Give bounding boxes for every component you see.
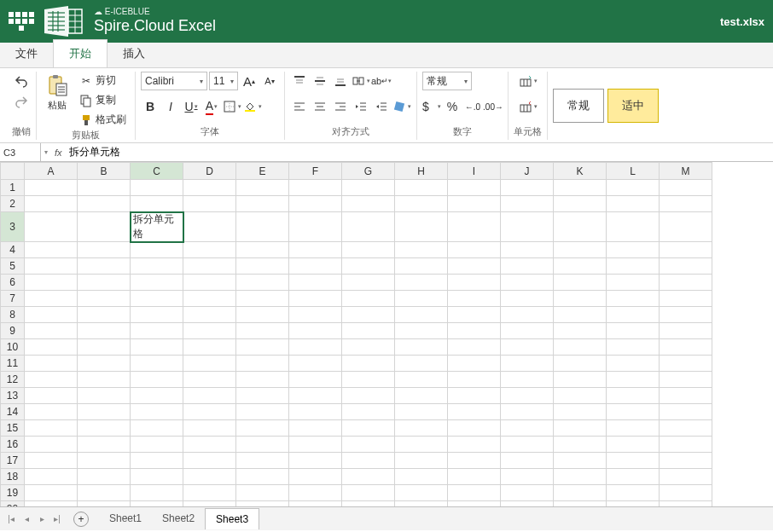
col-header[interactable]: K xyxy=(554,163,607,180)
cell[interactable] xyxy=(289,485,342,501)
cell[interactable] xyxy=(395,404,448,420)
cell[interactable] xyxy=(501,372,554,388)
cell[interactable] xyxy=(25,212,78,242)
cell[interactable] xyxy=(131,420,183,437)
cell[interactable] xyxy=(554,404,607,420)
align-top-button[interactable] xyxy=(290,72,309,90)
cell[interactable] xyxy=(131,453,183,469)
cell[interactable] xyxy=(289,420,342,437)
shrink-font-button[interactable]: A▾ xyxy=(260,72,279,90)
cell[interactable] xyxy=(289,275,342,291)
cell[interactable] xyxy=(395,339,448,356)
cell[interactable] xyxy=(183,275,236,291)
cell[interactable] xyxy=(660,453,712,469)
col-header[interactable]: B xyxy=(78,163,131,180)
cell[interactable] xyxy=(448,323,501,339)
chevron-down-icon[interactable]: ▾ xyxy=(41,148,51,156)
cell[interactable] xyxy=(342,242,395,258)
cell[interactable] xyxy=(501,339,554,356)
border-button[interactable]: ▾ xyxy=(223,97,241,116)
cell[interactable] xyxy=(448,372,501,388)
cell[interactable] xyxy=(607,323,660,339)
cell[interactable] xyxy=(501,485,554,501)
row-header[interactable]: 15 xyxy=(1,420,25,437)
cell[interactable] xyxy=(78,437,131,453)
cell[interactable] xyxy=(342,469,395,485)
select-all-corner[interactable] xyxy=(1,163,25,180)
row-header[interactable]: 2 xyxy=(1,196,25,212)
cell[interactable] xyxy=(607,307,660,323)
cell[interactable] xyxy=(660,275,712,291)
cell[interactable] xyxy=(395,275,448,291)
cell[interactable] xyxy=(236,307,289,323)
cell[interactable] xyxy=(554,307,607,323)
cell[interactable] xyxy=(183,307,236,323)
cell[interactable] xyxy=(131,323,183,339)
cell[interactable] xyxy=(554,242,607,258)
cell[interactable] xyxy=(395,453,448,469)
cell[interactable] xyxy=(183,501,236,507)
style-normal[interactable]: 常规 xyxy=(553,89,604,123)
cell[interactable] xyxy=(25,275,78,291)
cell[interactable] xyxy=(448,420,501,437)
cell[interactable] xyxy=(395,469,448,485)
cell[interactable]: 拆分单元格 xyxy=(131,212,183,242)
cell[interactable] xyxy=(78,501,131,507)
cell[interactable] xyxy=(554,437,607,453)
cell[interactable] xyxy=(607,501,660,507)
cell[interactable] xyxy=(131,404,183,420)
col-header[interactable]: I xyxy=(448,163,501,180)
cell[interactable] xyxy=(236,356,289,372)
row-header[interactable]: 20 xyxy=(1,501,25,507)
grow-font-button[interactable]: A▴ xyxy=(240,72,259,90)
row-header[interactable]: 11 xyxy=(1,356,25,372)
cell[interactable] xyxy=(236,339,289,356)
cell[interactable] xyxy=(25,242,78,258)
cell[interactable] xyxy=(342,356,395,372)
cell[interactable] xyxy=(78,275,131,291)
cell[interactable] xyxy=(342,388,395,404)
cell[interactable] xyxy=(342,485,395,501)
cell[interactable] xyxy=(660,420,712,437)
fill-color-button[interactable]: ▾ xyxy=(243,97,262,116)
cell[interactable] xyxy=(395,372,448,388)
cell[interactable] xyxy=(131,196,183,212)
cell[interactable] xyxy=(342,501,395,507)
cell[interactable] xyxy=(501,356,554,372)
cell[interactable] xyxy=(660,307,712,323)
cell[interactable] xyxy=(660,196,712,212)
cell[interactable] xyxy=(660,180,712,196)
cell[interactable] xyxy=(236,242,289,258)
cell[interactable] xyxy=(501,196,554,212)
cell[interactable] xyxy=(448,388,501,404)
cell[interactable] xyxy=(607,453,660,469)
cell[interactable] xyxy=(131,291,183,307)
row-header[interactable]: 9 xyxy=(1,323,25,339)
cell[interactable] xyxy=(448,339,501,356)
last-sheet-button[interactable]: ▸| xyxy=(51,514,63,523)
cell[interactable] xyxy=(342,372,395,388)
cut-button[interactable]: ✂剪切 xyxy=(76,72,130,90)
col-header[interactable]: J xyxy=(501,163,554,180)
cell[interactable] xyxy=(660,323,712,339)
cell[interactable] xyxy=(131,485,183,501)
decrease-decimal-button[interactable]: .00→ xyxy=(484,97,503,116)
cell[interactable] xyxy=(607,388,660,404)
tab-file[interactable]: 文件 xyxy=(0,40,53,67)
row-header[interactable]: 8 xyxy=(1,307,25,323)
cell[interactable] xyxy=(607,258,660,275)
row-header[interactable]: 19 xyxy=(1,485,25,501)
cell[interactable] xyxy=(660,356,712,372)
cell[interactable] xyxy=(183,323,236,339)
cell[interactable] xyxy=(501,388,554,404)
cell[interactable] xyxy=(236,180,289,196)
cell[interactable] xyxy=(236,258,289,275)
cell[interactable] xyxy=(25,420,78,437)
cell[interactable] xyxy=(501,242,554,258)
cell[interactable] xyxy=(289,339,342,356)
cell[interactable] xyxy=(554,323,607,339)
cell[interactable] xyxy=(501,469,554,485)
add-sheet-button[interactable]: + xyxy=(73,512,89,527)
cell[interactable] xyxy=(554,388,607,404)
cell[interactable] xyxy=(236,388,289,404)
